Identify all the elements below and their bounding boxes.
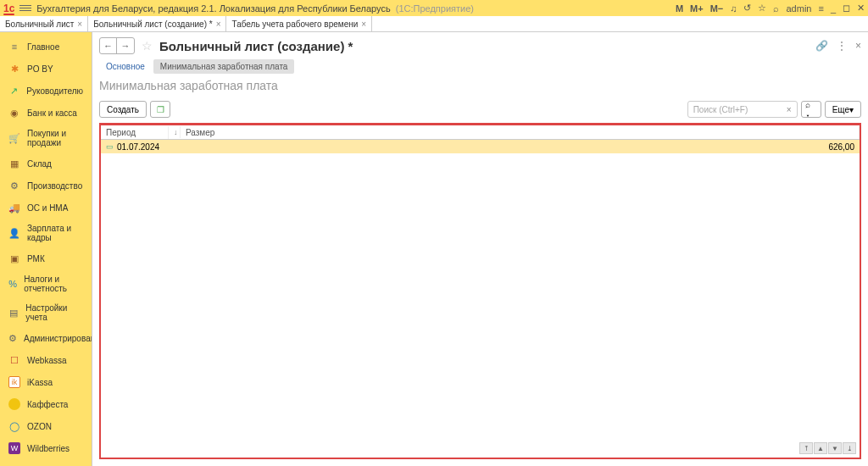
scroll-up-button[interactable]: ▲ bbox=[814, 442, 827, 454]
sidebar-item-16[interactable]: ◯OZON bbox=[0, 415, 92, 437]
table-footer: ⤒ ▲ ▼ ⤓ bbox=[101, 439, 860, 458]
tab-close-icon[interactable]: × bbox=[216, 19, 221, 29]
m-plus-button[interactable]: M+ bbox=[690, 3, 704, 14]
sidebar-item-4[interactable]: 🛒Покупки и продажи bbox=[0, 124, 92, 153]
sidebar-label: Webkassa bbox=[27, 356, 67, 365]
tab-0[interactable]: Больничный лист × bbox=[0, 16, 88, 31]
sidebar-icon: ✱ bbox=[8, 63, 20, 75]
sidebar-item-5[interactable]: ▦Склад bbox=[0, 153, 92, 175]
sidebar-item-13[interactable]: ☐Webkassa bbox=[0, 349, 92, 371]
sidebar-icon: 🛒 bbox=[8, 132, 20, 144]
copy-button[interactable]: ❐ bbox=[150, 101, 170, 118]
tab-2[interactable]: Табель учета рабочего времени × bbox=[226, 16, 372, 31]
tab-1[interactable]: Больничный лист (создание) * × bbox=[88, 16, 226, 31]
scroll-down-button[interactable]: ▼ bbox=[828, 442, 842, 454]
history-icon[interactable]: ↺ bbox=[743, 3, 751, 14]
sidebar-item-17[interactable]: WWildberries bbox=[0, 437, 92, 459]
content-header: ← → ☆ Больничный лист (создание) * 🔗 ⋮ × bbox=[92, 32, 868, 59]
content-area: ← → ☆ Больничный лист (создание) * 🔗 ⋮ ×… bbox=[92, 32, 868, 466]
user-name[interactable]: admin bbox=[786, 3, 811, 14]
maximize-icon[interactable]: ◻ bbox=[843, 3, 850, 14]
sidebar-label: Банк и касса bbox=[27, 108, 77, 118]
menu-icon[interactable] bbox=[19, 5, 31, 11]
sidebar-item-2[interactable]: ↗Руководителю bbox=[0, 80, 92, 102]
tab-label: Табель учета рабочего времени bbox=[231, 19, 358, 29]
scroll-bottom-button[interactable]: ⤓ bbox=[843, 442, 856, 454]
back-button[interactable]: ← bbox=[100, 38, 117, 53]
link-icon[interactable]: 🔗 bbox=[815, 40, 828, 52]
sidebar-icon: ◉ bbox=[8, 107, 20, 119]
search-input[interactable]: Поиск (Ctrl+F) × bbox=[687, 101, 798, 118]
nav-buttons: ← → bbox=[99, 37, 135, 54]
row-icon: ▭ bbox=[106, 142, 114, 151]
m-minus-button[interactable]: M− bbox=[710, 3, 724, 14]
bell-icon[interactable]: ♫ bbox=[730, 3, 737, 14]
sidebar-label: ОС и НМА bbox=[27, 203, 68, 213]
sidebar-item-9[interactable]: ▣РМК bbox=[0, 247, 92, 269]
scroll-top-button[interactable]: ⤒ bbox=[799, 442, 813, 454]
sidebar-item-14[interactable]: ikiKassa bbox=[0, 371, 92, 393]
cf-icon bbox=[8, 398, 20, 410]
sidebar-icon: ☐ bbox=[8, 354, 20, 366]
sidebar-icon: ▣ bbox=[8, 252, 20, 264]
more-button[interactable]: Еще ▾ bbox=[825, 101, 861, 118]
sidebar-item-6[interactable]: ⚙Производство bbox=[0, 175, 92, 197]
clear-icon[interactable]: × bbox=[787, 105, 792, 114]
sidebar-item-0[interactable]: ≡Главное bbox=[0, 36, 92, 58]
sidebar-item-8[interactable]: 👤Зарплата и кадры bbox=[0, 219, 92, 247]
filter-button[interactable]: ⌕ ▾ bbox=[801, 101, 821, 118]
sidebar-item-1[interactable]: ✱PO BY bbox=[0, 58, 92, 80]
search-icon[interactable]: ⌕ bbox=[773, 3, 779, 14]
sidebar: ≡Главное✱PO BY↗Руководителю◉Банк и касса… bbox=[0, 32, 92, 466]
sidebar-icon: % bbox=[8, 278, 17, 290]
close-panel-icon[interactable]: × bbox=[855, 40, 861, 52]
sidebar-label: Главное bbox=[27, 42, 59, 52]
sidebar-label: Налоги и отчетность bbox=[24, 275, 83, 293]
settings-icon[interactable]: ≡ bbox=[818, 3, 823, 14]
cell-period: ▭ 01.07.2024 bbox=[101, 142, 181, 152]
more-icon[interactable]: ⋮ bbox=[837, 40, 847, 52]
col-period[interactable]: Период bbox=[101, 126, 169, 139]
cell-size: 626,00 bbox=[181, 142, 860, 152]
sort-indicator[interactable]: ↓ bbox=[169, 126, 181, 138]
sidebar-item-11[interactable]: ▤Настройки учета bbox=[0, 298, 92, 327]
create-button[interactable]: Создать bbox=[99, 101, 147, 118]
sidebar-item-3[interactable]: ◉Банк и касса bbox=[0, 102, 92, 124]
tab-label: Больничный лист bbox=[5, 19, 74, 29]
sidebar-item-15[interactable]: Каффеста bbox=[0, 393, 92, 415]
star-icon[interactable]: ☆ bbox=[758, 3, 766, 14]
page-title: Больничный лист (создание) * bbox=[159, 39, 353, 53]
sidebar-item-10[interactable]: %Налоги и отчетность bbox=[0, 269, 92, 298]
sidebar-label: Каффеста bbox=[27, 400, 68, 409]
sidebar-label: Руководителю bbox=[26, 86, 83, 96]
table-row[interactable]: ▭ 01.07.2024 626,00 bbox=[101, 140, 860, 153]
m-button[interactable]: M bbox=[676, 3, 683, 14]
app-title: Бухгалтерия для Беларуси, редакция 2.1. … bbox=[36, 3, 390, 14]
wb-icon: W bbox=[8, 442, 20, 454]
minimize-icon[interactable]: _ bbox=[831, 3, 836, 14]
sidebar-label: Склад bbox=[27, 159, 52, 169]
sidebar-label: Производство bbox=[27, 181, 82, 191]
col-size[interactable]: Размер bbox=[181, 126, 860, 139]
subtab-main[interactable]: Основное bbox=[99, 59, 152, 74]
app-logo: 1c bbox=[3, 3, 14, 14]
tab-close-icon[interactable]: × bbox=[77, 19, 82, 29]
toolbar: Создать ❐ Поиск (Ctrl+F) × ⌕ ▾ Еще ▾ bbox=[92, 97, 868, 121]
sidebar-icon: ≡ bbox=[8, 41, 20, 53]
forward-button[interactable]: → bbox=[117, 38, 134, 53]
tab-close-icon[interactable]: × bbox=[361, 19, 366, 29]
sidebar-icon: ▦ bbox=[8, 158, 20, 169]
close-icon[interactable]: ✕ bbox=[857, 3, 865, 14]
subtab-min-wage[interactable]: Минимальная заработная плата bbox=[153, 59, 295, 74]
title-actions: M M+ M− ♫ ↺ ☆ ⌕ admin ≡ _ ◻ ✕ bbox=[676, 3, 865, 14]
tabs-bar: Больничный лист × Больничный лист (созда… bbox=[0, 16, 868, 32]
table: Период ↓ Размер ▭ 01.07.2024 626,00 ⤒ ▲ … bbox=[99, 123, 861, 459]
sidebar-icon: ↗ bbox=[8, 85, 19, 97]
sidebar-label: Зарплата и кадры bbox=[27, 224, 83, 242]
sidebar-item-12[interactable]: ⚙Администрирование bbox=[0, 327, 92, 349]
sidebar-item-7[interactable]: 🚚ОС и НМА bbox=[0, 197, 92, 219]
sidebar-label: iKassa bbox=[27, 378, 53, 387]
sidebar-label: Wildberries bbox=[27, 444, 70, 453]
app-subtitle: (1С:Предприятие) bbox=[396, 3, 474, 14]
favorite-button[interactable]: ☆ bbox=[142, 39, 153, 53]
